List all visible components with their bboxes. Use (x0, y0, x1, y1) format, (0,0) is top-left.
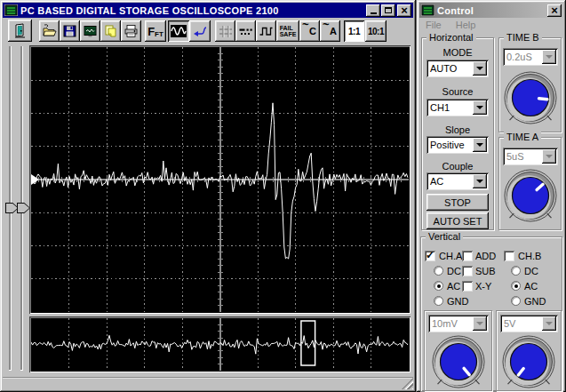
dropdown-arrow-icon (473, 316, 487, 331)
couple-label: Couple (422, 161, 493, 172)
capture-display-button[interactable] (80, 20, 100, 42)
open-button[interactable] (39, 20, 60, 42)
oscilloscope-window: PC BASED DIGITAL STORAGE OSCILLOSCOPE 21… (0, 0, 416, 392)
cha-volts-knob[interactable] (430, 334, 487, 391)
dropdown-arrow-icon[interactable] (473, 100, 487, 115)
control-title: Control (437, 5, 474, 16)
close-button[interactable]: × (397, 4, 411, 17)
control-titlebar[interactable]: Control × (419, 3, 563, 18)
cha-volts-box: 10mV (424, 310, 492, 391)
dotted-line-button[interactable] (235, 20, 256, 42)
couple-c-button[interactable]: ~C (299, 20, 320, 42)
toolbar: FFT FAILSAFE ~C ~A 1:1 10:1 (3, 19, 413, 44)
arrow-wave-icon (193, 25, 208, 38)
dropdown-arrow-icon[interactable] (473, 138, 487, 152)
cha-gnd-radio[interactable] (434, 296, 443, 306)
time-a-select: 5uS (503, 148, 558, 165)
dropdown-arrow-icon (542, 149, 556, 164)
horizontal-group-label: Horizontal (426, 32, 476, 43)
menu-file[interactable]: File (423, 19, 444, 33)
chb-dc-label: DC (524, 266, 538, 276)
stop-button[interactable]: STOP (426, 194, 489, 211)
mode-value: AUTO (426, 60, 471, 77)
main-scope-display (29, 45, 411, 314)
exit-door-icon (12, 23, 28, 38)
recall-wave-button[interactable] (189, 20, 211, 42)
time-b-select: 0.2uS (503, 48, 558, 66)
source-value: CH1 (426, 99, 471, 116)
save-button[interactable] (60, 20, 80, 42)
control-close-button[interactable]: × (547, 4, 562, 17)
app-icon (4, 4, 18, 16)
chb-checkbox[interactable] (504, 251, 514, 261)
resize-grip-icon[interactable] (402, 378, 413, 389)
maximize-button[interactable] (381, 4, 395, 17)
close-icon: × (551, 6, 558, 15)
slope-select[interactable]: Positive (426, 136, 489, 154)
cha-ac-label: AC (447, 281, 460, 292)
couple-select[interactable]: AC (426, 172, 489, 190)
print-button[interactable] (121, 20, 141, 42)
mode-select[interactable]: AUTO (426, 60, 489, 77)
chb-dc-radio[interactable] (511, 266, 521, 276)
chb-gnd-radio[interactable] (511, 296, 521, 306)
menu-help[interactable]: Help (453, 19, 479, 33)
main-titlebar[interactable]: PC BASED DIGITAL STORAGE OSCILLOSCOPE 21… (3, 3, 413, 18)
chb-volts-knob[interactable] (500, 334, 557, 391)
sine-wave-icon (171, 25, 187, 37)
window-title: PC BASED DIGITAL STORAGE OSCILLOSCOPE 21… (20, 5, 279, 16)
close-icon: × (401, 6, 408, 15)
dropdown-arrow-icon[interactable] (473, 174, 487, 188)
cha-volts-select: 10mV (428, 315, 489, 332)
cha-checkbox[interactable] (425, 251, 435, 261)
exit-button[interactable] (8, 20, 32, 42)
time-b-label: TIME B (504, 32, 542, 43)
overview-waveform[interactable] (31, 318, 409, 371)
source-label: Source (422, 86, 493, 97)
fft-button[interactable]: FFT (145, 20, 166, 42)
ch-a-position-slider[interactable] (5, 44, 16, 372)
fail-safe-button[interactable]: FAILSAFE (276, 20, 299, 42)
main-waveform (31, 47, 409, 312)
add-checkbox[interactable] (462, 251, 473, 261)
probe-1to1-button[interactable]: 1:1 (344, 20, 364, 42)
square-wave-button[interactable] (256, 20, 276, 42)
time-a-value: 5uS (503, 148, 540, 165)
dropdown-arrow-icon[interactable] (473, 61, 487, 76)
add-label: ADD (475, 251, 496, 261)
overview-strip-display[interactable] (29, 316, 411, 372)
control-panel-window: Control × File Help Horizontal MODE AUTO… (417, 0, 566, 392)
ch-b-position-slider[interactable] (17, 44, 28, 372)
horizontal-group: Horizontal MODE AUTO Source CH1 Slope Po… (421, 37, 494, 230)
auto-set-button[interactable]: AUTO SET (426, 212, 489, 229)
slider-thumb-icon[interactable] (17, 203, 30, 213)
probe-10to1-button[interactable]: 10:1 (365, 20, 387, 42)
time-a-label: TIME A (504, 132, 541, 142)
waveform-display-button[interactable] (168, 20, 189, 42)
cha-dc-label: DC (447, 266, 461, 276)
printer-icon (124, 24, 139, 38)
cha-ac-radio[interactable] (434, 281, 443, 291)
couple-a-button[interactable]: ~A (320, 20, 340, 42)
xy-checkbox[interactable] (462, 281, 473, 292)
chb-volts-box: 5V (496, 310, 562, 391)
sub-checkbox[interactable] (462, 266, 473, 276)
time-a-knob[interactable] (502, 168, 559, 228)
menu-bar: File Help (420, 19, 478, 33)
chb-ac-label: AC (524, 281, 538, 292)
mode-label: MODE (422, 47, 493, 58)
source-select[interactable]: CH1 (426, 99, 489, 116)
chb-volts-value: 5V (500, 315, 540, 332)
copy-notes-button[interactable] (100, 20, 121, 42)
grid-icon (219, 25, 233, 38)
time-b-value: 0.2uS (503, 48, 540, 66)
grid-toggle-button (215, 20, 235, 42)
sub-label: SUB (475, 266, 496, 276)
cha-dc-radio[interactable] (434, 266, 443, 276)
cha-volts-value: 10mV (428, 315, 471, 332)
minimize-icon (371, 12, 377, 14)
time-a-group: TIME A 5uS (498, 137, 562, 230)
minimize-button[interactable] (366, 4, 380, 17)
time-b-knob[interactable] (502, 70, 559, 131)
chb-ac-radio[interactable] (511, 281, 521, 291)
